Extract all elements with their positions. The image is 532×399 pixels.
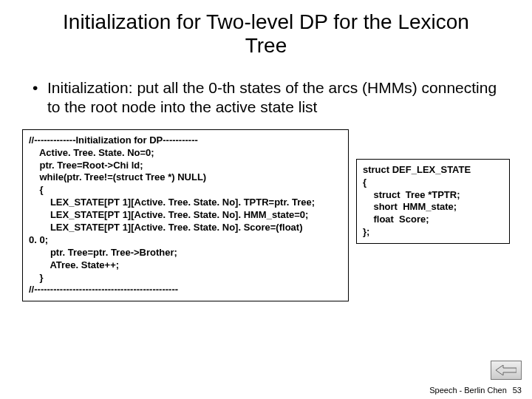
footer: Speech - Berlin Chen 53 — [429, 386, 522, 395]
bullet-text: Initialization: put all the 0-th states … — [47, 78, 502, 115]
back-icon[interactable] — [491, 361, 522, 380]
code-row: //-------------Initialization for DP----… — [0, 116, 532, 302]
svg-marker-0 — [496, 365, 516, 375]
slide-title: Initialization for Two-level DP for the … — [0, 0, 532, 58]
bullet-dot: • — [30, 78, 47, 97]
page-number: 53 — [513, 386, 522, 395]
code-box-right: struct DEF_LEX_STATE { struct Tree *TPTR… — [356, 159, 510, 244]
footer-text: Speech - Berlin Chen — [429, 386, 507, 395]
code-box-left: //-------------Initialization for DP----… — [22, 129, 349, 302]
bullet-section: • Initialization: put all the 0-th state… — [0, 58, 532, 115]
